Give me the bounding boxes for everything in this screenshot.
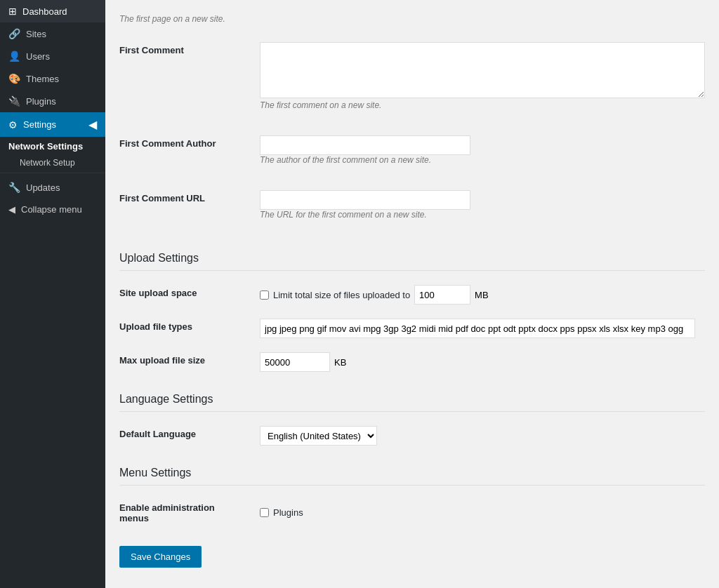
sidebar-item-settings[interactable]: ⚙ Settings ◀ xyxy=(0,112,105,137)
sidebar-item-label: Users xyxy=(26,51,50,62)
site-upload-space-label: Site upload space xyxy=(119,278,260,312)
first-comment-url-row: First Comment URL The URL for the first … xyxy=(119,183,705,238)
collapse-label: Collapse menu xyxy=(21,204,82,215)
default-language-row: Default Language English (United States)… xyxy=(119,419,705,453)
first-comment-textarea[interactable] xyxy=(260,42,705,98)
sidebar-item-label: Dashboard xyxy=(22,6,67,17)
sidebar-sub-item-network-setup[interactable]: Network Setup xyxy=(0,156,105,170)
settings-form: First Comment The first comment on a new… xyxy=(119,35,705,238)
language-settings-form: Default Language English (United States)… xyxy=(119,419,705,453)
collapse-menu-item[interactable]: ◀ Collapse menu xyxy=(0,199,105,220)
sidebar: ⊞ Dashboard 🔗 Sites 👤 Users 🎨 Themes 🔌 P… xyxy=(0,0,105,588)
enable-admin-menus-row: Enable administration menus Plugins xyxy=(119,493,705,532)
menu-settings-form: Enable administration menus Plugins xyxy=(119,493,705,532)
sidebar-item-label: Updates xyxy=(26,182,60,193)
max-size-input[interactable] xyxy=(260,352,330,372)
main-content: The first page on a new site. First Comm… xyxy=(105,0,719,588)
themes-icon: 🎨 xyxy=(8,73,20,84)
first-comment-author-row: First Comment Author The author of the f… xyxy=(119,128,705,183)
sites-icon: 🔗 xyxy=(8,28,20,39)
limit-upload-checkbox[interactable] xyxy=(260,290,269,300)
collapse-icon: ◀ xyxy=(8,204,15,215)
users-icon: 👤 xyxy=(8,51,20,62)
first-comment-label: First Comment xyxy=(119,35,260,128)
upload-file-types-label: Upload file types xyxy=(119,312,260,345)
sidebar-item-sites[interactable]: 🔗 Sites xyxy=(0,22,105,45)
sidebar-divider xyxy=(0,173,105,173)
first-comment-hint: The first comment on a new site. xyxy=(260,100,705,110)
plugins-checkbox-label: Plugins xyxy=(273,507,303,518)
first-comment-url-hint: The URL for the first comment on a new s… xyxy=(260,210,705,220)
sidebar-item-users[interactable]: 👤 Users xyxy=(0,45,105,67)
max-upload-size-label: Max upload file size xyxy=(119,345,260,379)
chevron-icon: ◀ xyxy=(88,118,97,131)
sidebar-item-label: Settings xyxy=(23,119,56,130)
content-area: The first page on a new site. First Comm… xyxy=(105,0,719,582)
max-size-controls: KB xyxy=(260,352,705,372)
upload-space-controls: Limit total size of files uploaded to MB xyxy=(260,285,705,305)
upload-file-types-input[interactable] xyxy=(260,319,695,338)
first-comment-url-label: First Comment URL xyxy=(119,183,260,238)
sidebar-item-updates[interactable]: 🔧 Updates xyxy=(0,176,105,199)
enable-admin-menus-label: Enable administration menus xyxy=(119,493,260,532)
default-language-label: Default Language xyxy=(119,419,260,453)
first-comment-author-label: First Comment Author xyxy=(119,128,260,183)
plugins-checkbox[interactable] xyxy=(260,508,269,517)
settings-icon: ⚙ xyxy=(8,119,18,131)
sidebar-item-label: Plugins xyxy=(26,96,56,107)
first-page-hint: The first page on a new site. xyxy=(119,14,705,24)
save-changes-button[interactable]: Save Changes xyxy=(119,546,202,568)
max-upload-size-row: Max upload file size KB xyxy=(119,345,705,379)
first-comment-author-input[interactable] xyxy=(260,135,470,155)
plugins-icon: 🔌 xyxy=(8,95,20,107)
upload-settings-heading: Upload Settings xyxy=(119,252,705,271)
default-language-select[interactable]: English (United States) French German Sp… xyxy=(260,426,377,446)
menu-settings-heading: Menu Settings xyxy=(119,467,705,486)
first-comment-row: First Comment The first comment on a new… xyxy=(119,35,705,128)
sidebar-item-label: Sites xyxy=(26,29,46,39)
site-upload-space-row: Site upload space Limit total size of fi… xyxy=(119,278,705,312)
first-comment-author-hint: The author of the first comment on a new… xyxy=(260,155,705,165)
dashboard-icon: ⊞ xyxy=(8,6,17,17)
sidebar-item-plugins[interactable]: 🔌 Plugins xyxy=(0,90,105,112)
sidebar-item-label: Themes xyxy=(26,74,59,84)
first-comment-url-input[interactable] xyxy=(260,190,470,210)
language-settings-heading: Language Settings xyxy=(119,393,705,412)
limit-upload-label: Limit total size of files uploaded to xyxy=(273,290,410,300)
max-size-unit: KB xyxy=(334,357,346,368)
updates-icon: 🔧 xyxy=(8,182,20,193)
plugins-checkbox-row: Plugins xyxy=(260,507,705,518)
upload-settings-form: Site upload space Limit total size of fi… xyxy=(119,278,705,379)
network-settings-label: Network Settings xyxy=(0,137,105,156)
upload-file-types-row: Upload file types xyxy=(119,312,705,345)
upload-size-input[interactable] xyxy=(414,285,470,305)
sidebar-item-themes[interactable]: 🎨 Themes xyxy=(0,67,105,90)
upload-size-unit: MB xyxy=(475,290,489,300)
sidebar-item-dashboard[interactable]: ⊞ Dashboard xyxy=(0,0,105,22)
